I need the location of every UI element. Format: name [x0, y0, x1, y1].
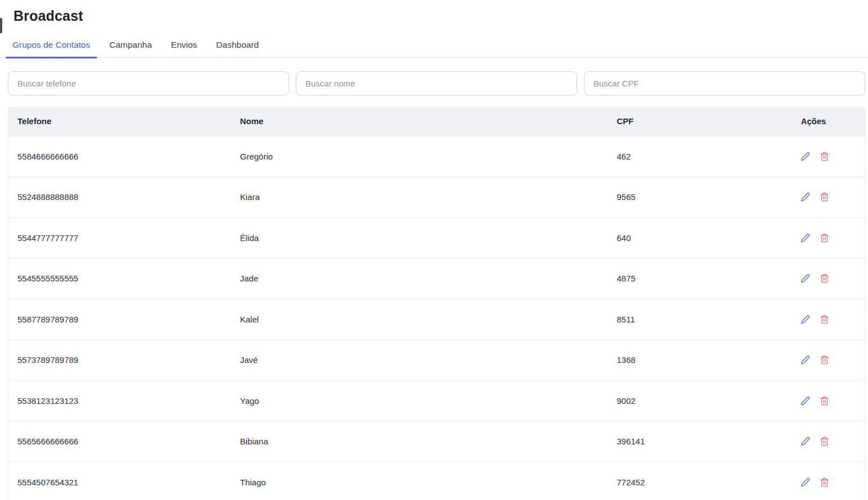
table-body: 5584666666666 Gregório 462 — [8, 136, 865, 500]
table-row: 5544777777777 Élida 640 — [8, 217, 865, 258]
cell-nome: Kalel — [231, 299, 608, 340]
delete-button[interactable] — [820, 437, 829, 446]
search-cpf-input[interactable] — [584, 71, 865, 96]
cell-cpf: 640 — [608, 217, 792, 258]
cell-telefone: 5584666666666 — [8, 136, 231, 177]
cell-cpf: 8511 — [608, 299, 792, 340]
table-row: 5538123123123 Yago 9002 — [8, 380, 865, 421]
table-row: 5587789789789 Kalel 8511 — [8, 299, 865, 340]
edit-button[interactable] — [801, 396, 810, 406]
cell-acoes — [792, 421, 865, 462]
cell-cpf: 462 — [608, 136, 792, 177]
delete-button[interactable] — [820, 478, 829, 487]
table-row: 5565666666666 Bibiana 396141 — [8, 421, 865, 462]
column-header-telefone: Telefone — [8, 107, 231, 136]
edit-button[interactable] — [801, 152, 810, 161]
delete-button[interactable] — [820, 396, 829, 406]
search-nome-input[interactable] — [296, 71, 577, 96]
trash-icon — [820, 480, 829, 489]
trash-icon — [820, 399, 829, 407]
pencil-icon — [801, 195, 810, 203]
trash-icon — [820, 236, 829, 244]
pencil-icon — [801, 439, 810, 448]
table-row: 5573789789789 Javé 1368 — [8, 340, 865, 381]
cell-acoes — [792, 217, 865, 258]
pencil-icon — [801, 236, 810, 244]
cell-nome: Javé — [231, 340, 608, 381]
cell-telefone: 5565666666666 — [8, 421, 231, 462]
delete-button[interactable] — [820, 152, 829, 161]
table-header-row: Telefone Nome CPF Ações — [8, 107, 865, 136]
tab-bar: Grupos de Contatos Campanha Envios Dashb… — [0, 37, 868, 58]
cell-acoes — [792, 136, 865, 177]
trash-icon — [820, 154, 829, 163]
cell-cpf: 396141 — [608, 421, 792, 462]
cell-acoes — [792, 340, 865, 381]
tab-dashboard[interactable]: Dashboard — [213, 37, 262, 57]
trash-icon — [820, 358, 829, 366]
cell-acoes — [792, 462, 865, 500]
cell-nome: Thiago — [231, 462, 608, 500]
contacts-table: Telefone Nome CPF Ações 5584666666666 Gr… — [8, 107, 865, 500]
cell-telefone: 5538123123123 — [8, 380, 231, 421]
table-row: 5584666666666 Gregório 462 — [8, 136, 865, 177]
cell-acoes — [792, 299, 865, 340]
edit-button[interactable] — [801, 315, 810, 324]
tab-campanha[interactable]: Campanha — [106, 37, 156, 57]
pencil-icon — [801, 154, 810, 163]
cell-nome: Kiara — [231, 177, 608, 218]
column-header-cpf: CPF — [608, 107, 792, 136]
trash-icon — [820, 195, 829, 203]
cell-telefone: 5524888888888 — [8, 177, 231, 218]
cell-acoes — [792, 380, 865, 421]
trash-icon — [820, 439, 829, 448]
edit-button[interactable] — [801, 233, 810, 243]
cell-cpf: 1368 — [608, 340, 792, 381]
delete-button[interactable] — [820, 355, 829, 365]
page-title: Broadcast — [13, 8, 868, 24]
search-filters — [8, 71, 865, 96]
cell-telefone: 5544777777777 — [8, 217, 231, 258]
trash-icon — [820, 276, 829, 285]
edit-button[interactable] — [801, 192, 810, 202]
cropped-edge-decoration — [0, 18, 2, 33]
cell-cpf: 4875 — [608, 258, 792, 299]
edit-button[interactable] — [801, 355, 810, 365]
trash-icon — [820, 317, 829, 326]
pencil-icon — [801, 480, 810, 489]
delete-button[interactable] — [820, 315, 829, 324]
pencil-icon — [801, 317, 810, 326]
cell-telefone: 5554507654321 — [8, 462, 231, 500]
cell-nome: Élida — [231, 217, 608, 258]
pencil-icon — [801, 399, 810, 407]
table-row: 5545555555555 Jade 4875 — [8, 258, 865, 299]
cell-cpf: 9002 — [608, 380, 792, 421]
cell-telefone: 5573789789789 — [8, 340, 231, 381]
tab-grupos-de-contatos[interactable]: Grupos de Contatos — [9, 37, 94, 57]
table-row: 5524888888888 Kiara 9565 — [8, 177, 865, 218]
column-header-acoes: Ações — [792, 107, 865, 136]
delete-button[interactable] — [820, 274, 829, 283]
cell-nome: Yago — [231, 380, 608, 421]
pencil-icon — [801, 276, 810, 285]
cell-cpf: 9565 — [608, 177, 792, 218]
edit-button[interactable] — [801, 437, 810, 446]
delete-button[interactable] — [820, 233, 829, 243]
cell-acoes — [792, 177, 865, 218]
column-header-nome: Nome — [231, 107, 608, 136]
edit-button[interactable] — [801, 478, 810, 487]
cell-telefone: 5545555555555 — [8, 258, 231, 299]
tab-envios[interactable]: Envios — [168, 37, 201, 57]
cell-acoes — [792, 258, 865, 299]
cell-nome: Jade — [231, 258, 608, 299]
pencil-icon — [801, 358, 810, 366]
search-telefone-input[interactable] — [8, 71, 289, 96]
cell-nome: Gregório — [231, 136, 608, 177]
broadcast-page: Broadcast Grupos de Contatos Campanha En… — [0, 8, 868, 500]
cell-nome: Bibiana — [231, 421, 608, 462]
delete-button[interactable] — [820, 192, 829, 202]
cell-cpf: 772452 — [608, 462, 792, 500]
table-row: 5554507654321 Thiago 772452 — [8, 462, 865, 500]
cell-telefone: 5587789789789 — [8, 299, 231, 340]
edit-button[interactable] — [801, 274, 810, 283]
